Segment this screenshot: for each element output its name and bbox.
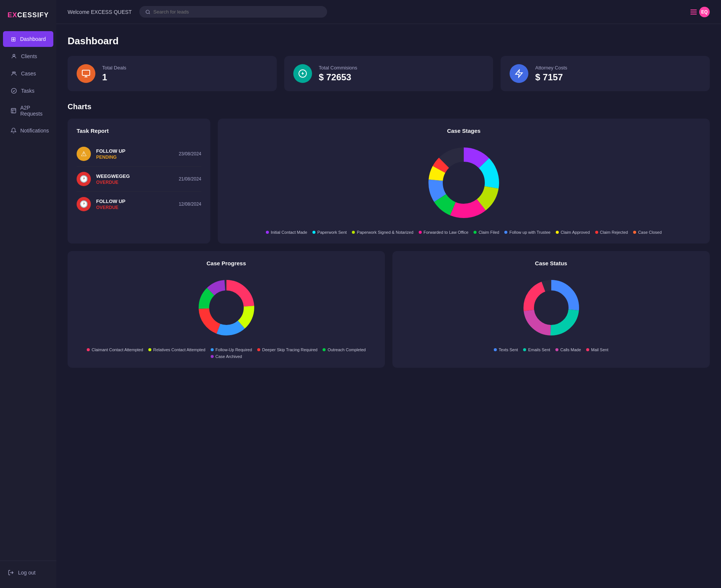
- total-commissions-icon: [293, 64, 312, 83]
- case-progress-legend: Claimant Contact Attempted Relatives Con…: [77, 347, 376, 359]
- total-deals-value: 1: [102, 72, 126, 83]
- header-welcome: Welcome EXCESS QUEST: [68, 9, 132, 15]
- search-icon: [145, 9, 150, 15]
- task-pending-icon: ⚠: [77, 147, 91, 161]
- tasks-icon: [11, 87, 17, 94]
- legend-case-closed: Case Closed: [633, 230, 662, 235]
- case-status-title: Case Status: [401, 260, 701, 266]
- app-logo: EXCESSIFY: [0, 8, 56, 30]
- case-progress-svg: [193, 274, 260, 341]
- task-list: ⚠ FOLLOW UP PENDING 23/08/2024 🕐 WEEGWEG…: [77, 141, 201, 217]
- case-progress-title: Case Progress: [77, 260, 376, 266]
- legend-skip-tracing: Deeper Skip Tracing Required: [257, 347, 317, 352]
- case-stages-svg: [422, 141, 505, 224]
- logout-label: Log out: [18, 570, 36, 576]
- svg-rect-13: [82, 70, 90, 75]
- svg-point-0: [13, 54, 15, 56]
- svg-point-8: [146, 10, 149, 13]
- sidebar-item-tasks[interactable]: Tasks: [3, 83, 53, 99]
- search-bar[interactable]: [139, 6, 327, 18]
- sidebar-item-a2p-label: A2P Requests: [20, 105, 46, 117]
- task-item-3: 🕐 FOLLOW UP OVERDUE 12/08/2024: [77, 192, 201, 217]
- total-commissions-card: Total Commisions $ 72653: [284, 56, 493, 91]
- sidebar-item-dashboard[interactable]: ⊞ Dashboard: [3, 31, 53, 47]
- svg-rect-4: [11, 108, 16, 113]
- header: Welcome EXCESS QUEST EQ: [56, 0, 721, 24]
- legend-emails-sent: Emails Sent: [523, 347, 550, 352]
- task-report-title: Task Report: [77, 128, 201, 134]
- task-1-name: FOLLOW UP: [96, 148, 173, 154]
- logo-ex: EX: [8, 11, 17, 19]
- task-3-status: OVERDUE: [96, 205, 173, 210]
- main-content: Welcome EXCESS QUEST EQ Dashboard Total …: [56, 0, 721, 588]
- notifications-icon: [11, 127, 17, 134]
- attorney-costs-value: $ 7157: [535, 72, 567, 83]
- page-content: Dashboard Total Deals 1 Total Commisions…: [56, 24, 721, 379]
- page-title: Dashboard: [68, 35, 710, 47]
- header-menu-icon[interactable]: EQ: [689, 7, 710, 17]
- task-3-info: FOLLOW UP OVERDUE: [96, 199, 173, 210]
- total-deals-info: Total Deals 1: [102, 65, 126, 83]
- task-report-card: Task Report ⚠ FOLLOW UP PENDING 23/08/20…: [68, 119, 210, 244]
- legend-case-archived: Case Archived: [211, 354, 242, 359]
- total-commissions-value: $ 72653: [319, 72, 357, 83]
- header-right: EQ: [689, 7, 710, 17]
- dashboard-icon: ⊞: [11, 36, 17, 42]
- sidebar-item-cases[interactable]: Cases: [3, 66, 53, 81]
- sidebar: EXCESSIFY ⊞ Dashboard Clients Cases Task…: [0, 0, 56, 588]
- task-2-status: OVERDUE: [96, 180, 173, 185]
- case-status-svg: [517, 274, 585, 341]
- legend-claimant-contact: Claimant Contact Attempted: [87, 347, 143, 352]
- legend-texts-sent: Texts Sent: [494, 347, 518, 352]
- legend-initial-contact: Initial Contact Made: [266, 230, 307, 235]
- attorney-costs-info: Attorney Costs $ 7157: [535, 65, 567, 83]
- task-2-date: 21/08/2024: [179, 176, 201, 182]
- legend-paperwork-signed: Paperwork Signed & Notarized: [352, 230, 413, 235]
- top-charts-row: Task Report ⚠ FOLLOW UP PENDING 23/08/20…: [68, 119, 710, 244]
- case-progress-chart: Claimant Contact Attempted Relatives Con…: [77, 274, 376, 359]
- legend-claim-filed: Claim Filed: [474, 230, 499, 235]
- legend-claim-approved: Claim Approved: [556, 230, 590, 235]
- a2p-icon: [11, 107, 17, 114]
- case-progress-card: Case Progress Claimant Contact Attempted…: [68, 251, 385, 368]
- stats-row: Total Deals 1 Total Commisions $ 72653: [68, 56, 710, 91]
- sidebar-item-cases-label: Cases: [21, 71, 36, 77]
- clients-icon: [11, 53, 17, 60]
- charts-title: Charts: [68, 102, 710, 111]
- total-deals-label: Total Deals: [102, 65, 126, 71]
- logout-icon: [8, 569, 14, 576]
- logout-button[interactable]: Log out: [0, 565, 56, 580]
- task-2-info: WEEGWEGEG OVERDUE: [96, 173, 173, 185]
- search-input[interactable]: [153, 9, 321, 15]
- sidebar-item-clients[interactable]: Clients: [3, 48, 53, 64]
- legend-follow-up-required: Follow-Up Required: [211, 347, 252, 352]
- svg-point-2: [14, 72, 15, 73]
- cases-icon: [11, 70, 17, 77]
- sidebar-item-dashboard-label: Dashboard: [20, 36, 46, 42]
- legend-calls-made: Calls Made: [555, 347, 581, 352]
- task-3-date: 12/08/2024: [179, 202, 201, 207]
- task-3-name: FOLLOW UP: [96, 199, 173, 204]
- case-status-card: Case Status Texts Sent Emails Sent Calls…: [392, 251, 710, 368]
- case-status-legend: Texts Sent Emails Sent Calls Made Mail S…: [494, 347, 608, 352]
- total-commissions-info: Total Commisions $ 72653: [319, 65, 357, 83]
- sidebar-item-a2p[interactable]: A2P Requests: [3, 100, 53, 121]
- total-commissions-label: Total Commisions: [319, 65, 357, 71]
- user-avatar[interactable]: EQ: [699, 7, 710, 17]
- task-2-name: WEEGWEGEG: [96, 173, 173, 179]
- task-item-2: 🕐 WEEGWEGEG OVERDUE 21/08/2024: [77, 167, 201, 192]
- legend-claim-rejected: Claim Rejected: [595, 230, 628, 235]
- sidebar-item-notifications[interactable]: Notifications: [3, 123, 53, 138]
- menu-lines-icon: [689, 8, 698, 16]
- sidebar-item-clients-label: Clients: [21, 53, 37, 59]
- logo-cessify: CESSIFY: [17, 11, 49, 19]
- sidebar-item-tasks-label: Tasks: [21, 88, 35, 94]
- case-stages-legend: Initial Contact Made Paperwork Sent Pape…: [266, 230, 662, 235]
- attorney-costs-card: Attorney Costs $ 7157: [501, 56, 710, 91]
- attorney-costs-icon: [510, 64, 528, 83]
- svg-line-9: [149, 13, 149, 14]
- task-overdue-icon-1: 🕐: [77, 172, 91, 186]
- legend-relatives-contact: Relatives Contact Attempted: [148, 347, 205, 352]
- sidebar-item-notifications-label: Notifications: [20, 128, 49, 134]
- task-1-info: FOLLOW UP PENDING: [96, 148, 173, 160]
